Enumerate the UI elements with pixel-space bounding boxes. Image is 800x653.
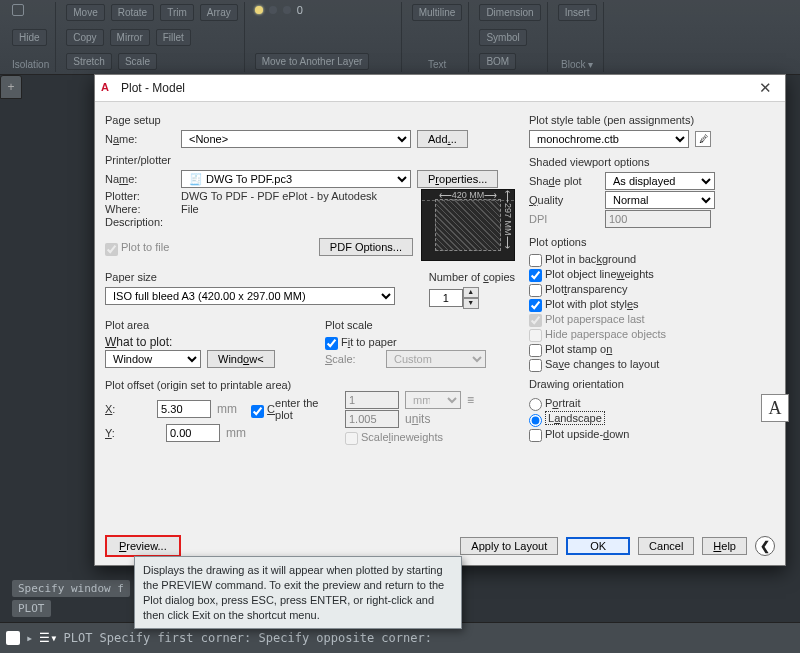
landscape-radio[interactable]: Landscape: [529, 411, 629, 425]
paper-size-select[interactable]: ISO full bleed A3 (420.00 x 297.00 MM): [105, 287, 395, 305]
plot-offset-group: Plot offset (origin set to printable are…: [105, 375, 325, 445]
printer-group: Printer/plotter Name: 🧾 DWG To PDF.pc3 P…: [105, 154, 515, 261]
pdf-options-button[interactable]: PDF Options...: [319, 238, 413, 256]
window-chip: Specify window f: [12, 580, 130, 597]
plot-to-file-checkbox: Plot to file: [105, 241, 169, 254]
rotate-button[interactable]: Rotate: [111, 4, 154, 21]
dialog-titlebar[interactable]: A Plot - Model ✕: [95, 75, 785, 102]
y-unit: mm: [226, 426, 246, 440]
text-group-label: Text: [412, 59, 463, 70]
shaded-viewport-group: Shaded viewport options Shade plot As di…: [529, 156, 789, 228]
page-setup-name-select[interactable]: <None>: [181, 130, 411, 148]
cmd-prompt-icon: [6, 631, 20, 645]
fit-to-paper-checkbox[interactable]: Fit to paper: [325, 335, 515, 348]
lock-icon: [283, 6, 291, 14]
where-label: Where:: [105, 203, 175, 215]
scale-lineweights-checkbox: Scale lineweights: [345, 430, 515, 443]
move-button[interactable]: Move: [66, 4, 104, 21]
dimension-button[interactable]: Dimension: [479, 4, 540, 21]
offset-y-input[interactable]: [166, 424, 220, 442]
hide-button[interactable]: Hide: [12, 29, 47, 46]
page-setup-title: Page setup: [105, 114, 515, 126]
plotter-value: DWG To PDF - PDF ePlot - by Autodesk: [181, 190, 377, 202]
close-icon[interactable]: ✕: [751, 79, 779, 97]
opt-stamp-checkbox[interactable]: Plot stamp on: [529, 342, 789, 355]
paper-preview: ⟵420 MM⟶ ⟵297 MM⟶: [421, 189, 515, 261]
add-tab[interactable]: +: [0, 75, 22, 99]
desc-label: Description:: [105, 216, 175, 228]
shade-plot-label: Shade plot: [529, 175, 599, 187]
paper-size-title: Paper size: [105, 271, 409, 283]
hide-icon: [12, 4, 24, 16]
plot-style-group: Plot style table (pen assignments) monoc…: [529, 114, 789, 148]
printer-title: Printer/plotter: [105, 154, 515, 166]
scale-num-input: [345, 391, 399, 409]
plot-style-select[interactable]: monochrome.ctb: [529, 130, 689, 148]
dpi-label: DPI: [529, 213, 599, 225]
cancel-button[interactable]: Cancel: [638, 537, 694, 555]
printer-name-select[interactable]: 🧾 DWG To PDF.pc3: [181, 170, 411, 188]
printer-properties-button[interactable]: Properties...: [417, 170, 498, 188]
bulb-icon: [255, 6, 263, 14]
quality-label: Quality: [529, 194, 599, 206]
preview-button[interactable]: Preview...: [105, 535, 181, 557]
copy-button[interactable]: Copy: [66, 29, 103, 46]
opt-styles-checkbox[interactable]: Plot with plot styles: [529, 297, 789, 310]
fewer-options-icon[interactable]: ❮: [755, 536, 775, 556]
opt-transparency-checkbox[interactable]: Plot transparency: [529, 282, 789, 295]
stretch-button[interactable]: Stretch: [66, 53, 112, 70]
orientation-group: Drawing orientation Portrait Landscape P…: [529, 378, 789, 442]
portrait-radio[interactable]: Portrait: [529, 396, 629, 409]
cmd-recent-icon[interactable]: ☰▾: [39, 631, 57, 645]
bom-button[interactable]: BOM: [479, 53, 516, 70]
scale-equals-icon: ≡: [467, 393, 474, 407]
opt-background-checkbox[interactable]: Plot in background: [529, 252, 789, 265]
plot-scale-group: Plot scale Fit to paper Scale: Custom: [325, 315, 515, 369]
app-logo-icon: A: [101, 81, 115, 95]
trim-button[interactable]: Trim: [160, 4, 194, 21]
mirror-button[interactable]: Mirror: [110, 29, 150, 46]
copies-input: [429, 289, 463, 307]
move-layer-button[interactable]: Move to Another Layer: [255, 53, 370, 70]
ok-button[interactable]: OK: [566, 537, 630, 555]
plot-options-group: Plot options Plot in background Plot obj…: [529, 236, 789, 370]
orientation-title: Drawing orientation: [529, 378, 789, 390]
plot-area-select[interactable]: Window: [105, 350, 201, 368]
shaded-title: Shaded viewport options: [529, 156, 789, 168]
edit-style-icon[interactable]: 🖉: [695, 131, 711, 147]
scale-button[interactable]: Scale: [118, 53, 157, 70]
opt-paperspace-last-checkbox: Plot paperspace last: [529, 312, 789, 325]
center-plot-checkbox[interactable]: Center the plot: [251, 397, 325, 421]
dpi-input: [605, 210, 711, 228]
freeze-icon: [269, 6, 277, 14]
paper-size-group: Paper size ISO full bleed A3 (420.00 x 2…: [105, 267, 409, 309]
add-pagesetup-button[interactable]: Add...: [417, 130, 468, 148]
window-pick-button[interactable]: Window<: [207, 350, 275, 368]
copies-up[interactable]: ▲: [463, 287, 479, 298]
paper-width-label: ⟵420 MM⟶: [439, 190, 498, 200]
copies-down[interactable]: ▼: [463, 298, 479, 309]
units-label: units: [405, 412, 430, 426]
drawing-units-input: [345, 410, 399, 428]
fillet-button[interactable]: Fillet: [156, 29, 191, 46]
array-button[interactable]: Array: [200, 4, 238, 21]
page-setup-group: Page setup Name: <None> Add...: [105, 114, 515, 148]
apply-to-layout-button[interactable]: Apply to Layout: [460, 537, 558, 555]
scale-select: Custom: [386, 350, 486, 368]
opt-save-layout-checkbox[interactable]: Save changes to layout: [529, 357, 789, 370]
shade-plot-select[interactable]: As displayed: [605, 172, 715, 190]
what-to-plot-label: What to plot:: [105, 335, 172, 349]
multiline-text-button[interactable]: Multiline: [412, 4, 463, 21]
insert-button[interactable]: Insert: [558, 4, 597, 21]
opt-hide-paperspace-checkbox: Hide paperspace objects: [529, 327, 789, 340]
quality-select[interactable]: Normal: [605, 191, 715, 209]
upside-checkbox[interactable]: Plot upside-down: [529, 427, 629, 440]
help-button[interactable]: Help: [702, 537, 747, 555]
plot-area-title: Plot area: [105, 319, 305, 331]
where-value: File: [181, 203, 199, 215]
ribbon: Hide Isolation Move Rotate Trim Array Co…: [0, 0, 800, 75]
offset-x-input[interactable]: [157, 400, 211, 418]
opt-lineweights-checkbox[interactable]: Plot object lineweights: [529, 267, 789, 280]
symbol-button[interactable]: Symbol: [479, 29, 526, 46]
isolation-group-label: Isolation: [12, 59, 49, 70]
